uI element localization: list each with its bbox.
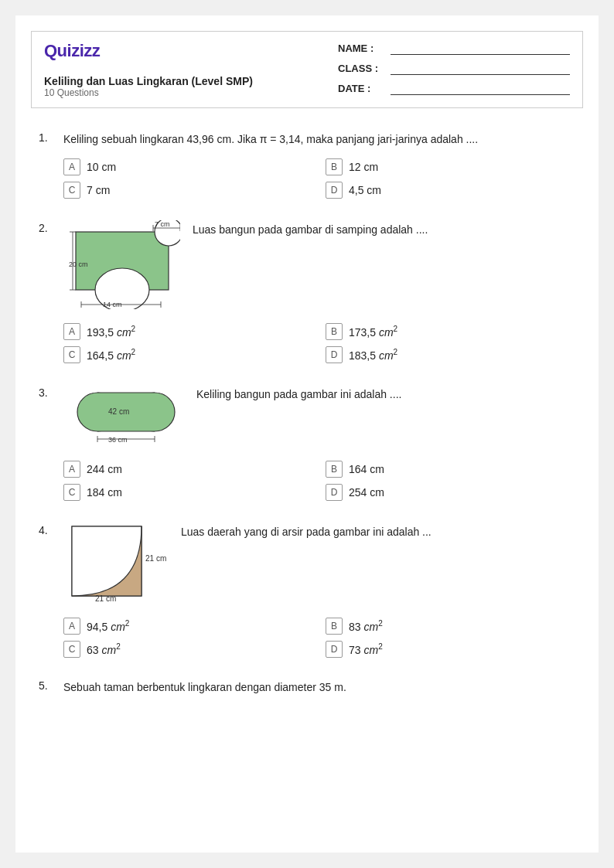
q2-text: Luas bangun pada gambar di samping adala… — [193, 220, 428, 238]
q3-text-a: 244 cm — [87, 463, 122, 475]
svg-text:36 cm: 36 cm — [108, 436, 128, 444]
q2-image: 7 cm 20 cm 14 cm — [68, 220, 180, 312]
q4-option-d[interactable]: D 73 cm2 — [326, 641, 575, 658]
q4-letter-b: B — [326, 618, 343, 635]
q3-option-a[interactable]: A 244 cm — [63, 461, 313, 478]
q2-header: 2. 7 cm 20 cm — [39, 220, 575, 312]
q4-text: Luas daerah yang di arsir pada gambar in… — [181, 523, 432, 540]
q3-option-d[interactable]: D 254 cm — [326, 484, 575, 501]
q2-letter-c: C — [63, 346, 80, 363]
q1-text-d: 4,5 cm — [349, 184, 381, 196]
q2-option-b[interactable]: B 173,5 cm2 — [326, 323, 575, 340]
q1-header: 1. Keliling sebuah lingkaran 43,96 cm. J… — [39, 131, 575, 148]
q2-text-a: 193,5 cm2 — [87, 325, 135, 339]
q1-text-c: 7 cm — [87, 184, 110, 196]
date-field-row: DATE : — [338, 81, 570, 95]
q3-option-c[interactable]: C 184 cm — [63, 484, 313, 501]
question-2: 2. 7 cm 20 cm — [39, 220, 575, 363]
q3-text: Keliling bangun pada gambar ini adalah .… — [196, 385, 401, 403]
class-line[interactable] — [391, 61, 570, 75]
q2-letter-b: B — [326, 323, 343, 340]
q4-num: 4. — [39, 523, 56, 536]
q2-option-d[interactable]: D 183,5 cm2 — [326, 346, 575, 363]
q4-text-c: 63 cm2 — [87, 642, 121, 656]
header-right: NAME : CLASS : DATE : — [338, 41, 570, 95]
question-4: 4. 21 cm — [39, 523, 575, 658]
q2-options: A 193,5 cm2 B 173,5 cm2 C 164,5 cm2 D 18… — [39, 323, 575, 363]
q4-text-d: 73 cm2 — [349, 642, 383, 656]
q1-letter-d: D — [326, 182, 343, 199]
q4-letter-a: A — [63, 618, 80, 635]
q1-option-b[interactable]: B 12 cm — [326, 158, 575, 175]
svg-text:42 cm: 42 cm — [108, 407, 129, 416]
q5-header: 5. Sebuah taman berbentuk lingkaran deng… — [39, 679, 575, 696]
q2-option-a[interactable]: A 193,5 cm2 — [63, 323, 313, 340]
q1-text-a: 10 cm — [87, 161, 116, 173]
q3-num: 3. — [39, 385, 56, 399]
q4-option-a[interactable]: A 94,5 cm2 — [63, 618, 313, 635]
class-label: CLASS : — [338, 63, 384, 74]
logo: Quizizz — [44, 41, 338, 61]
q1-letter-b: B — [326, 158, 343, 175]
q2-text-c: 164,5 cm2 — [87, 348, 135, 362]
q4-letter-c: C — [63, 641, 80, 658]
q2-option-c[interactable]: C 164,5 cm2 — [63, 346, 313, 363]
q1-text-b: 12 cm — [349, 161, 378, 173]
date-label: DATE : — [338, 83, 384, 94]
quiz-title: Keliling dan Luas Lingkaran (Level SMP) — [44, 75, 338, 87]
q1-option-c[interactable]: C 7 cm — [63, 182, 313, 199]
header: Quizizz Keliling dan Luas Lingkaran (Lev… — [31, 31, 583, 108]
q1-option-a[interactable]: A 10 cm — [63, 158, 313, 175]
content: 1. Keliling sebuah lingkaran 43,96 cm. J… — [15, 124, 599, 740]
svg-text:7 cm: 7 cm — [155, 220, 170, 228]
question-1: 1. Keliling sebuah lingkaran 43,96 cm. J… — [39, 131, 575, 199]
q3-letter-c: C — [63, 484, 80, 501]
q4-text-b: 83 cm2 — [349, 619, 383, 633]
name-label: NAME : — [338, 43, 384, 54]
q4-text-a: 94,5 cm2 — [87, 619, 129, 633]
q4-letter-d: D — [326, 641, 343, 658]
q1-option-d[interactable]: D 4,5 cm — [326, 182, 575, 199]
question-5: 5. Sebuah taman berbentuk lingkaran deng… — [39, 679, 575, 696]
fig2-svg: 7 cm 20 cm 14 cm — [68, 220, 180, 309]
q2-text-b: 173,5 cm2 — [349, 325, 397, 339]
q2-num: 2. — [39, 220, 56, 234]
q3-letter-b: B — [326, 461, 343, 478]
q3-option-b[interactable]: B 164 cm — [326, 461, 575, 478]
q1-letter-a: A — [63, 158, 80, 175]
name-line[interactable] — [391, 41, 570, 55]
q3-header: 3. 42 cm — [39, 385, 575, 450]
q4-option-b[interactable]: B 83 cm2 — [326, 618, 575, 635]
q3-image: 42 cm 36 cm — [68, 385, 184, 450]
q5-num: 5. — [39, 679, 56, 692]
q3-text-b: 164 cm — [349, 463, 384, 475]
name-field-row: NAME : — [338, 41, 570, 55]
q2-letter-a: A — [63, 323, 80, 340]
svg-text:21 cm: 21 cm — [145, 554, 166, 563]
q4-image: 21 cm 21 cm — [68, 523, 169, 607]
page: Quizizz Keliling dan Luas Lingkaran (Lev… — [15, 15, 599, 853]
q4-header: 4. 21 cm — [39, 523, 575, 607]
q4-options: A 94,5 cm2 B 83 cm2 C 63 cm2 D 73 cm2 — [39, 618, 575, 658]
fig3-svg: 42 cm 36 cm — [68, 385, 184, 447]
q1-options: A 10 cm B 12 cm C 7 cm D 4,5 cm — [39, 158, 575, 199]
q3-text-d: 254 cm — [349, 486, 384, 499]
question-3: 3. 42 cm — [39, 385, 575, 501]
q4-option-c[interactable]: C 63 cm2 — [63, 641, 313, 658]
svg-text:21 cm: 21 cm — [95, 594, 116, 603]
q3-letter-a: A — [63, 461, 80, 478]
quiz-subtitle: 10 Questions — [44, 87, 338, 98]
q2-letter-d: D — [326, 346, 343, 363]
q1-text: Keliling sebuah lingkaran 43,96 cm. Jika… — [63, 131, 478, 148]
q5-text: Sebuah taman berbentuk lingkaran dengan … — [63, 679, 346, 696]
q2-text-d: 183,5 cm2 — [349, 348, 397, 362]
header-left: Quizizz Keliling dan Luas Lingkaran (Lev… — [44, 41, 338, 98]
class-field-row: CLASS : — [338, 61, 570, 75]
fig4-svg: 21 cm 21 cm — [68, 523, 169, 604]
q3-letter-d: D — [326, 484, 343, 501]
q1-letter-c: C — [63, 182, 80, 199]
svg-text:20 cm: 20 cm — [69, 260, 88, 268]
q3-text-c: 184 cm — [87, 486, 122, 499]
q1-num: 1. — [39, 131, 56, 144]
date-line[interactable] — [391, 81, 570, 95]
